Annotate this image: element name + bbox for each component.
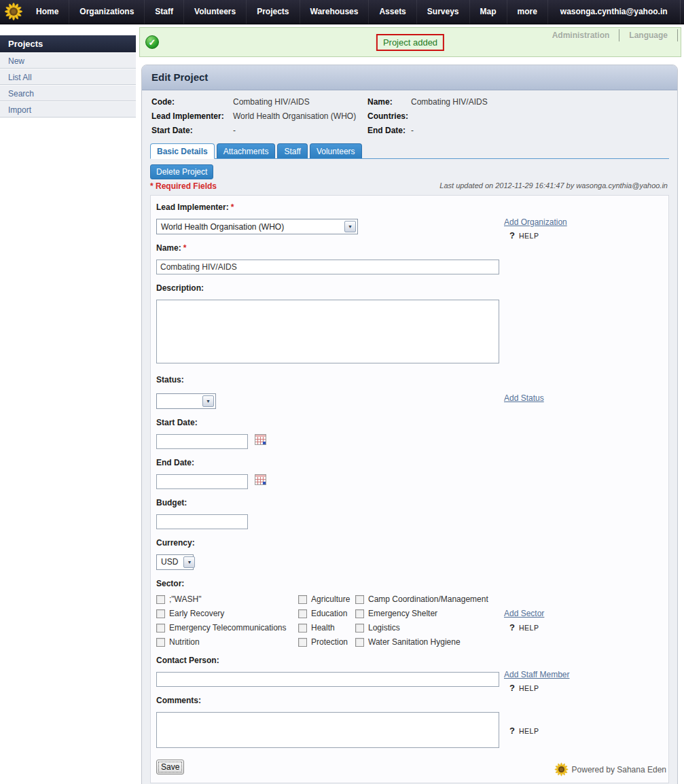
comments-help[interactable]: ?HELP — [509, 726, 539, 736]
menu-item-language[interactable]: Language — [619, 29, 678, 41]
currency-selected-value: USD — [157, 557, 182, 567]
nav-item-organizations[interactable]: Organizations — [69, 0, 145, 24]
edit-project-panel: Edit Project Code: Combating HIV/AIDS Na… — [141, 65, 678, 784]
code-value: Combating HIV/AIDS — [233, 97, 367, 107]
sector-help[interactable]: ?HELP — [509, 622, 539, 632]
sidebar-item-search[interactable]: Search — [0, 85, 136, 101]
form-meta-row: * Required Fields Last updated on 2012-1… — [150, 181, 668, 191]
nav-item-surveys[interactable]: Surveys — [417, 0, 470, 24]
menu-item-administration[interactable]: Administration — [543, 29, 620, 41]
status-select[interactable] — [156, 393, 216, 409]
sector-checkbox[interactable] — [355, 624, 364, 632]
nav-item-staff[interactable]: Staff — [145, 0, 184, 24]
sector-option-label: Health — [311, 623, 335, 632]
end-date-field-label: End Date: — [156, 458, 663, 467]
project-summary: Code: Combating HIV/AIDS Name: Combating… — [151, 97, 668, 135]
contact-person-input[interactable] — [156, 672, 499, 687]
top-navbar: Home Organizations Staff Volunteers Proj… — [0, 0, 684, 24]
sector-option: Health — [298, 621, 355, 635]
nav-item-projects[interactable]: Projects — [247, 0, 300, 24]
add-sector-link[interactable]: Add Sector — [504, 609, 544, 618]
tab-volunteers[interactable]: Volunteers — [310, 143, 362, 158]
nav-item-volunteers[interactable]: Volunteers — [184, 0, 247, 24]
help-question-icon: ? — [509, 622, 515, 632]
sector-option: Nutrition — [156, 635, 298, 649]
contact-person-help[interactable]: ?HELP — [509, 683, 539, 693]
sector-option: Agriculture — [298, 592, 355, 607]
tab-basic-details[interactable]: Basic Details — [150, 143, 215, 159]
nav-item-more[interactable]: more — [507, 0, 548, 24]
start-date-field-label: Start Date: — [156, 418, 663, 427]
budget-input[interactable] — [156, 514, 248, 529]
sector-option-label: Logistics — [368, 623, 400, 632]
sector-checkbox[interactable] — [156, 638, 165, 647]
start-date-label: Start Date: — [151, 126, 233, 135]
sidebar-item-import[interactable]: Import — [0, 101, 136, 118]
lead-implementer-label: Lead Implementer: — [151, 111, 233, 121]
tab-attachments[interactable]: Attachments — [217, 143, 276, 158]
contact-person-field-label: Contact Person: — [156, 656, 663, 665]
sidebar-item-list-all[interactable]: List All — [0, 69, 136, 85]
dropdown-arrow-icon[interactable] — [202, 395, 214, 407]
sector-option-label: Early Recovery — [169, 609, 224, 618]
calendar-icon[interactable] — [255, 474, 266, 488]
end-date-field: End Date: — [156, 458, 663, 489]
sector-checkbox[interactable] — [156, 595, 165, 604]
end-date-value: - — [411, 126, 668, 135]
tab-bar: Basic Details Attachments Staff Voluntee… — [150, 143, 669, 159]
nav-item-warehouses[interactable]: Warehouses — [300, 0, 370, 24]
lead-implementer-select[interactable]: World Health Organisation (WHO) — [156, 219, 358, 234]
user-email-menu[interactable]: wasonga.cynthia@yahoo.in — [548, 7, 680, 16]
nav-item-assets[interactable]: Assets — [369, 0, 416, 24]
sector-option-label: ;"WASH" — [169, 594, 201, 604]
description-textarea[interactable] — [156, 300, 499, 363]
lead-implementer-help[interactable]: ?HELP — [509, 230, 539, 240]
sidebar: Projects New List All Search Import — [0, 35, 136, 118]
sector-checkbox[interactable] — [355, 609, 364, 618]
nav-item-home[interactable]: Home — [26, 0, 69, 24]
dropdown-arrow-icon[interactable] — [183, 556, 195, 568]
powered-by-text: Powered by Sahana Eden — [572, 765, 666, 774]
add-organization-link[interactable]: Add Organization — [504, 217, 567, 227]
sector-checkbox[interactable] — [298, 624, 307, 632]
sector-checkbox[interactable] — [355, 638, 364, 647]
lead-implementer-field-label: Lead Implementer:* — [156, 202, 663, 212]
sector-checkbox[interactable] — [156, 609, 165, 618]
sector-option-label: Nutrition — [169, 637, 200, 647]
start-date-field: Start Date: — [156, 418, 663, 449]
end-date-input[interactable] — [156, 474, 248, 489]
confirmation-message: Project added — [376, 34, 444, 51]
delete-project-button[interactable]: Delete Project — [150, 164, 213, 179]
tab-staff[interactable]: Staff — [277, 143, 307, 158]
sector-option: Education — [298, 607, 355, 621]
sector-option-label: Agriculture — [311, 594, 350, 604]
sector-checkbox[interactable] — [156, 624, 165, 632]
currency-select[interactable]: USD — [156, 554, 194, 570]
add-status-link[interactable]: Add Status — [504, 393, 544, 403]
dropdown-arrow-icon[interactable] — [344, 221, 356, 232]
sector-checkbox[interactable] — [355, 595, 364, 604]
help-question-icon: ? — [509, 683, 515, 693]
lead-implementer-selected-value: World Health Organisation (WHO) — [157, 222, 288, 232]
start-date-input[interactable] — [156, 434, 248, 449]
sector-option-label: Emergency Telecommunications — [169, 623, 287, 632]
help-question-icon: ? — [509, 230, 515, 240]
nav-item-help[interactable]: Help — [680, 0, 684, 24]
sector-option-label: Emergency Shelter — [368, 609, 437, 618]
sahana-sunflower-logo-icon — [554, 762, 569, 777]
comments-textarea[interactable] — [156, 712, 499, 748]
sector-checkbox[interactable] — [298, 595, 307, 604]
name-field: Name:* — [156, 243, 663, 274]
sector-checkbox[interactable] — [298, 609, 307, 618]
name-input[interactable] — [156, 260, 499, 274]
sector-checkbox[interactable] — [298, 638, 307, 647]
add-staff-member-link[interactable]: Add Staff Member — [504, 670, 570, 679]
sidebar-item-new[interactable]: New — [0, 52, 136, 69]
calendar-icon[interactable] — [255, 434, 266, 448]
sector-option-label: Water Sanitation Hygiene — [368, 637, 461, 647]
code-label: Code: — [151, 97, 233, 107]
sector-option-label: Education — [311, 609, 347, 618]
save-button[interactable]: Save — [156, 760, 184, 774]
nav-item-map[interactable]: Map — [470, 0, 507, 24]
sector-field: Sector: ;"WASH" Agriculture Camp Coordin… — [156, 579, 663, 649]
